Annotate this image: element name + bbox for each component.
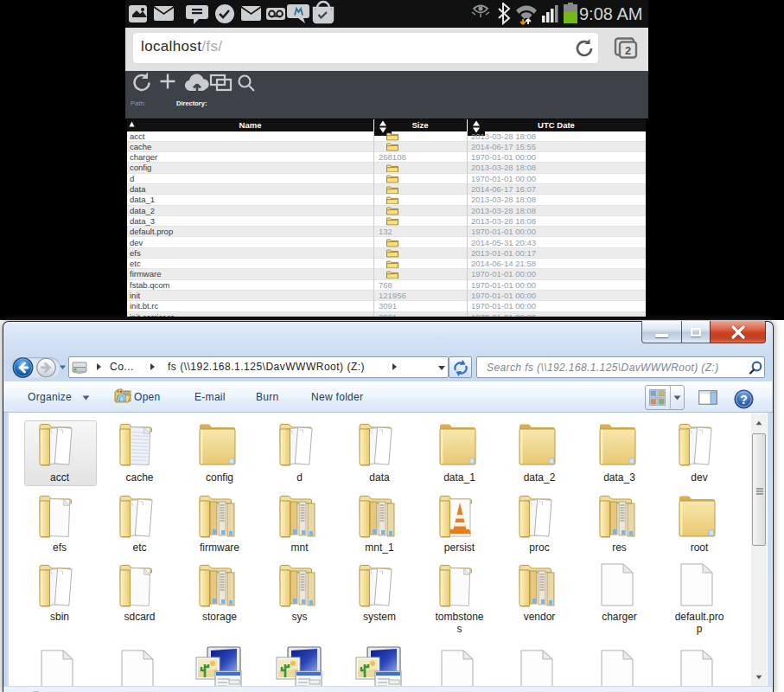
- svg-text:?: ?: [740, 393, 748, 407]
- svg-text:2: 2: [625, 44, 631, 57]
